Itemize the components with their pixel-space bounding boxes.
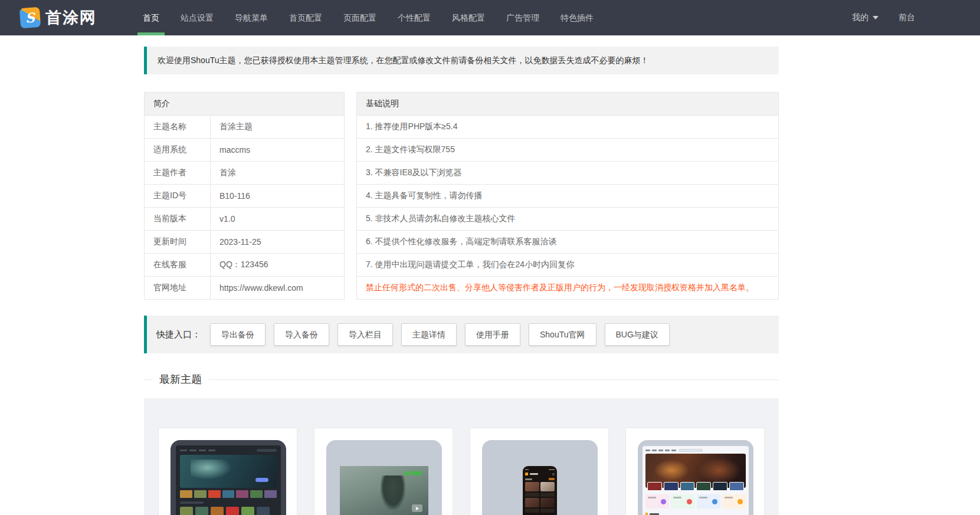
bug-suggestion-button[interactable]: BUG与建议 [605, 323, 670, 346]
frontend-link[interactable]: 前台 [899, 12, 915, 23]
player-watermark: 首涂模板 [404, 470, 422, 477]
theme-1-preview-image [171, 440, 286, 515]
table-row: 适用系统 maccms [145, 139, 345, 162]
play-icon [412, 504, 422, 512]
theme-3-preview-image [482, 440, 598, 515]
row-label: 适用系统 [145, 139, 211, 162]
note-text: 3. 不兼容IE8及以下浏览器 [357, 162, 779, 185]
chevron-down-icon [873, 16, 879, 19]
brand-name: 首涂网 [45, 7, 97, 28]
nav-item-label: 风格配置 [452, 13, 485, 22]
theme-card-1[interactable] [158, 428, 297, 515]
nav-item-page-config[interactable]: 页面配置 [333, 0, 387, 35]
my-account-label: 我的 [852, 12, 868, 23]
welcome-banner: 欢迎使用ShouTu主题，您已获得授权使用本主题管理系统，在您配置或修改文件前请… [144, 47, 779, 74]
table-row: 当前版本 v1.0 [145, 208, 345, 231]
row-label: 主题ID号 [145, 185, 211, 208]
row-value: 2023-11-25 [211, 231, 345, 254]
app-logo-icon [525, 473, 528, 475]
import-backup-button[interactable]: 导入备份 [274, 323, 329, 346]
note-text: 6. 不提供个性化修改服务，高端定制请联系客服洽谈 [357, 231, 779, 254]
row-value: B10-116 [211, 185, 345, 208]
row-value: maccms [211, 139, 345, 162]
nav-item-label: 首页 [143, 13, 159, 22]
nav-item-site-settings[interactable]: 站点设置 [170, 0, 224, 35]
table-header-row: 基础说明 [357, 93, 779, 116]
brand-logo[interactable]: S 首涂网 [20, 0, 97, 35]
official-site-url: https://www.dkewl.com [211, 277, 345, 300]
note-text: 4. 主题具备可复制性，请勿传播 [357, 185, 779, 208]
latest-themes-title: 最新主题 [152, 372, 209, 386]
theme-2-player: 首涂模板 [340, 466, 428, 515]
row-label: 更新时间 [145, 231, 211, 254]
table-row-warning: 禁止任何形式的二次出售、分享他人等侵害作者及正版用户的行为，一经发现取消授权资格… [357, 277, 779, 300]
table-row: 3. 不兼容IE8及以下浏览器 [357, 162, 779, 185]
note-text: 7. 使用中出现问题请提交工单，我们会在24小时内回复你 [357, 254, 779, 277]
notes-table: 基础说明 1. 推荐使用PHP版本≥5.4 2. 主题文件读写权限755 3. … [356, 92, 779, 300]
nav-item-featured-plugins[interactable]: 特色插件 [550, 0, 604, 35]
row-value: 首涂 [211, 162, 345, 185]
table-row: 1. 推荐使用PHP版本≥5.4 [357, 116, 779, 139]
theme-card-2[interactable]: 首涂模板 [314, 428, 453, 515]
info-tables-row: 简介 主题名称 首涂主题 适用系统 maccms 主题作者 首涂 主题ID号 B… [144, 92, 779, 300]
navbar-right: 我的 前台 [852, 12, 915, 23]
user-manual-button[interactable]: 使用手册 [465, 323, 520, 346]
nav-item-personal-config[interactable]: 个性配置 [387, 0, 441, 35]
theme-card-3[interactable] [470, 428, 609, 515]
row-value: QQ：123456 [211, 254, 345, 277]
note-text: 5. 非技术人员请勿私自修改主题核心文件 [357, 208, 779, 231]
nav-item-ad-management[interactable]: 广告管理 [496, 0, 550, 35]
import-columns-button[interactable]: 导入栏目 [337, 323, 393, 346]
main-container: 欢迎使用ShouTu主题，您已获得授权使用本主题管理系统，在您配置或修改文件前请… [144, 47, 779, 515]
table-row: 6. 不提供个性化修改服务，高端定制请联系客服洽谈 [357, 231, 779, 254]
theme-4-preview-image [638, 440, 753, 515]
nav-item-label: 首页配置 [289, 13, 322, 22]
table-row: 主题ID号 B10-116 [145, 185, 345, 208]
latest-themes-panel: 首涂模板 [144, 398, 779, 515]
active-underline [137, 32, 165, 35]
nav-item-label: 站点设置 [181, 13, 214, 22]
note-text: 1. 推荐使用PHP版本≥5.4 [357, 116, 779, 139]
row-value: 首涂主题 [211, 116, 345, 139]
table-row: 7. 使用中出现问题请提交工单，我们会在24小时内回复你 [357, 254, 779, 277]
warning-note-text: 禁止任何形式的二次出售、分享他人等侵害作者及正版用户的行为，一经发现取消授权资格… [357, 277, 779, 300]
row-label: 当前版本 [145, 208, 211, 231]
table-row: 在线客服 QQ：123456 [145, 254, 345, 277]
table-row: 5. 非技术人员请勿私自修改主题核心文件 [357, 208, 779, 231]
search-bar [679, 449, 703, 452]
theme-1-screen [176, 445, 281, 515]
theme-card-4[interactable] [625, 428, 765, 515]
frontend-label: 前台 [899, 12, 915, 23]
row-label: 主题名称 [145, 116, 211, 139]
table-row: 4. 主题具备可复制性，请勿传播 [357, 185, 779, 208]
intro-table-title: 简介 [145, 93, 345, 116]
table-header-row: 简介 [145, 93, 345, 116]
nav-item-home[interactable]: 首页 [132, 0, 170, 35]
quick-entry-panel: 快捷入口： 导出备份 导入备份 导入栏目 主题详情 使用手册 ShouTu官网 … [144, 316, 779, 353]
nav-item-label: 特色插件 [561, 13, 594, 22]
theme-details-button[interactable]: 主题详情 [401, 323, 457, 346]
nav-item-style-config[interactable]: 风格配置 [441, 0, 496, 35]
table-row: 更新时间 2023-11-25 [145, 231, 345, 254]
welcome-text: 欢迎使用ShouTu主题，您已获得授权使用本主题管理系统，在您配置或修改文件前请… [158, 55, 649, 65]
theme-2-preview-image: 首涂模板 [326, 440, 442, 515]
table-row: 官网地址 https://www.dkewl.com [145, 277, 345, 300]
intro-table: 简介 主题名称 首涂主题 适用系统 maccms 主题作者 首涂 主题ID号 B… [144, 92, 345, 300]
latest-themes-divider: 最新主题 [144, 379, 779, 380]
nav-item-label: 个性配置 [398, 13, 431, 22]
table-row: 主题作者 首涂 [145, 162, 345, 185]
main-nav-menu: 首页 站点设置 导航菜单 首页配置 页面配置 个性配置 风格配置 广告管理 特色… [132, 0, 604, 35]
theme-3-phone [523, 466, 557, 515]
row-label: 官网地址 [145, 277, 211, 300]
row-value: v1.0 [211, 208, 345, 231]
export-backup-button[interactable]: 导出备份 [210, 323, 266, 346]
my-account-menu[interactable]: 我的 [852, 12, 879, 23]
notes-table-title: 基础说明 [357, 93, 779, 116]
shoutu-official-site-button[interactable]: ShouTu官网 [529, 323, 596, 346]
table-row: 主题名称 首涂主题 [145, 116, 345, 139]
nav-item-home-config[interactable]: 首页配置 [278, 0, 333, 35]
brand-logo-icon: S [19, 7, 41, 28]
theme-4-screen [643, 446, 749, 515]
nav-item-nav-menu[interactable]: 导航菜单 [224, 0, 278, 35]
table-row: 2. 主题文件读写权限755 [357, 139, 779, 162]
